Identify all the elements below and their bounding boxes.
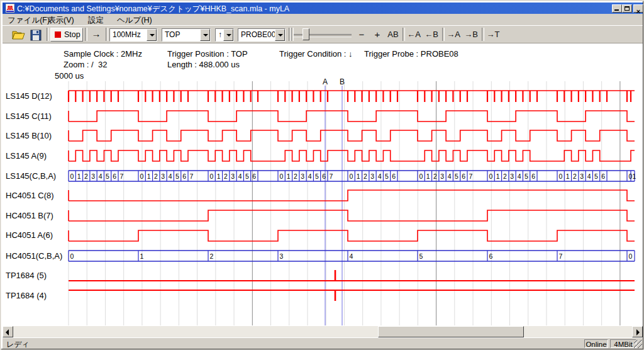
toolbar-separator [85, 28, 87, 41]
trigger-probe-select[interactable]: PROBE00 [238, 28, 286, 42]
hc4051-bus-value: 6 [489, 252, 493, 260]
ls145-bus-value: 2 [433, 172, 437, 180]
ls145-bus-value: 2 [364, 172, 367, 180]
maximize-button[interactable] [622, 4, 632, 13]
ls145-bus-value: 1 [566, 172, 570, 180]
zoom-out-button[interactable]: − [355, 28, 369, 41]
ls145-bus-value: 7 [469, 172, 473, 180]
scroll-right-button[interactable] [632, 326, 643, 337]
set-cursor-a-button[interactable]: →A [445, 28, 462, 41]
ls145-bus-value: 0 [70, 172, 74, 180]
ls145-bus-value: 5 [315, 172, 319, 180]
signal-label-7: HC4051 A(6) [6, 230, 53, 240]
toolbar-separator [106, 28, 108, 41]
menu-bar: ファイル(F) 表示(V) 設定 ヘルプ(H) [3, 14, 643, 25]
hc4051-bus-value: 2 [210, 252, 214, 260]
ls145-bus-value: 3 [91, 172, 95, 180]
signal-label-9: TP1684 (5) [6, 271, 47, 281]
menu-help[interactable]: ヘルプ(H) [117, 15, 152, 26]
menu-file[interactable]: ファイル(F) [8, 15, 50, 26]
zoom-in-button[interactable]: + [370, 28, 384, 41]
sample-clock-select[interactable]: 100MHz [109, 28, 157, 42]
maximize-icon [625, 6, 630, 11]
ls145-bus-value: 6 [182, 172, 186, 180]
ls145-bus-value: 4 [378, 172, 382, 180]
menu-settings[interactable]: 設定 [88, 15, 104, 26]
open-folder-icon [11, 29, 26, 42]
minimize-button[interactable] [612, 4, 622, 13]
arrow-right-icon [636, 329, 640, 336]
goto-cursor-a-button[interactable]: ←A [405, 28, 423, 41]
title-bar[interactable]: C:¥Documents and Settings¥noname¥デスクトップ¥… [3, 3, 643, 14]
ls145-bus-value: 5 [525, 172, 528, 180]
close-button[interactable]: × [633, 4, 643, 13]
signal-label-6: HC4051 B(7) [6, 211, 53, 221]
trigger-position-value: TOP [165, 30, 180, 39]
status-online: Online [584, 339, 608, 348]
signal-label-8: HC4051(C,B,A) [6, 251, 62, 261]
signal-label-0: LS145 D(12) [6, 91, 52, 101]
trigger-edge-dropdown-button[interactable] [223, 29, 233, 41]
ls145-bus-value: 2 [154, 172, 158, 180]
ls145-bus-value: 0 [419, 172, 423, 180]
ls145-bus-value: 3 [161, 172, 165, 180]
app-icon[interactable] [6, 4, 14, 13]
toolbar-separator [47, 28, 49, 41]
trigger-edge-value: ↑ [218, 30, 222, 39]
zoom-slider-thumb[interactable] [303, 28, 309, 40]
scrollbar-thumb[interactable] [378, 326, 524, 337]
ls145-bus-value: 3 [440, 172, 444, 180]
trigger-probe-dropdown-button[interactable] [275, 29, 285, 41]
ls145-bus-value: 5 [455, 172, 458, 180]
set-cursor-b-button[interactable]: →B [462, 28, 480, 41]
ls145-bus-value: 1 [147, 172, 151, 180]
ls145-bus-value: 0 [140, 172, 144, 180]
save-file-button[interactable] [29, 28, 45, 42]
ls145-bus-value: 7 [120, 172, 124, 180]
app-icon-image [6, 4, 14, 13]
status-ready: レディ [6, 339, 30, 350]
menu-view[interactable]: 表示(V) [48, 15, 74, 26]
signal-label-1: LS145 C(11) [6, 111, 52, 121]
hc4051-bus-value: 7 [559, 252, 563, 260]
ls145-bus-value: 1 [217, 172, 221, 180]
ls145-bit1-trace [69, 130, 635, 141]
trigger-position-select[interactable]: TOP [162, 28, 211, 42]
hc4051-bus-value: 0 [629, 252, 633, 260]
hc4051-bit2-trace [69, 190, 635, 201]
cursor-b-label: B [340, 77, 345, 86]
trigger-condition-info: Trigger Condition : ↓ [279, 49, 353, 59]
stop-button[interactable]: Stop [50, 28, 83, 42]
scroll-left-button[interactable] [3, 326, 13, 337]
ls145-bus-value: 6 [113, 172, 116, 180]
trigger-position-dropdown-button[interactable] [200, 29, 210, 41]
ls145-bus-value: 1 [496, 172, 500, 180]
ls145-bus-value: 0 [280, 172, 284, 180]
run-button[interactable]: → [88, 28, 104, 42]
sample-clock-value: 100MHz [113, 30, 141, 39]
trigger-position-info: Trigger Position : TOP [167, 49, 248, 59]
ls145-bus-value: 0 [489, 172, 493, 180]
horizontal-scrollbar[interactable] [3, 326, 643, 337]
ls145-bus-value: 0 [559, 172, 563, 180]
open-file-button[interactable] [11, 28, 28, 42]
goto-trigger-button[interactable]: →T [484, 28, 502, 41]
status-bar: レディ Online 4MBit [3, 337, 643, 349]
arrow-left-icon [6, 329, 9, 336]
ls145-bus-value: 0 [210, 172, 214, 180]
hc4051-bit1-trace [69, 210, 635, 221]
ab-cursor-button[interactable]: AB [385, 28, 401, 41]
chevron-down-icon [150, 34, 155, 37]
status-memory: 4MBit [610, 339, 636, 348]
sample-clock-dropdown-button[interactable] [147, 29, 157, 41]
hc4051-bus-value: 3 [280, 252, 284, 260]
signal-label-3: LS145 A(9) [6, 151, 47, 161]
ls145-bus-value: 7 [190, 172, 194, 180]
trigger-edge-select[interactable]: ↑ [215, 28, 234, 42]
ls145-bus-value: 5 [175, 172, 179, 180]
ls145-bus-value: 1 [426, 172, 430, 180]
goto-cursor-b-button[interactable]: ←B [423, 28, 440, 41]
resize-grip[interactable] [634, 340, 642, 348]
ls145-bus-value: 4 [238, 172, 242, 180]
ls145-bus-value: 4 [308, 172, 312, 180]
